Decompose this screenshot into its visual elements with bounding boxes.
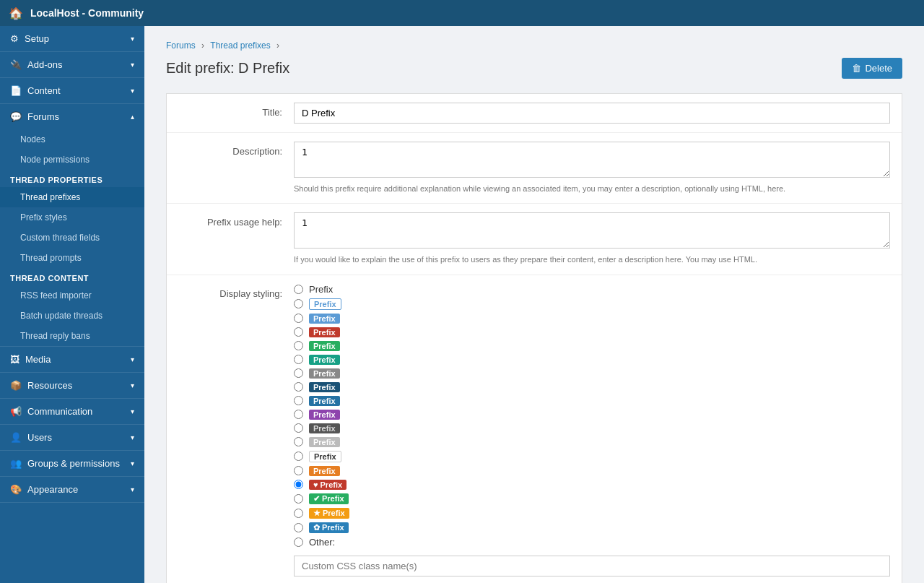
badge-gray: Prefix xyxy=(309,368,340,379)
home-icon[interactable]: 🏠 xyxy=(9,7,23,20)
badge-darkgray: Prefix xyxy=(309,423,340,433)
display-styling-label: Display styling: xyxy=(178,284,294,299)
delete-button[interactable]: 🗑 Delete xyxy=(842,58,902,79)
styling-option-plain-border[interactable]: Prefix xyxy=(294,451,890,462)
sidebar-item-rss-feed-importer[interactable]: RSS feed importer xyxy=(0,285,144,306)
sidebar-item-appearance[interactable]: 🎨Appearance ▾ xyxy=(0,477,144,502)
radio-medblue[interactable] xyxy=(294,396,303,405)
styling-option-gray[interactable]: Prefix xyxy=(294,368,890,379)
sidebar-section-users: 👤Users ▾ xyxy=(0,425,144,451)
prefix-plain-label: Prefix xyxy=(309,284,333,295)
styling-option-icon-gold[interactable]: ★ Prefix xyxy=(294,508,890,519)
styling-option-icon-blue2[interactable]: ✿ Prefix xyxy=(294,522,890,533)
badge-plain-border: Prefix xyxy=(309,451,341,462)
sidebar-item-custom-thread-fields[interactable]: Custom thread fields xyxy=(0,228,144,248)
styling-option-blue-outline[interactable]: Prefix xyxy=(294,298,890,310)
sidebar-section-communication: 📢Communication ▾ xyxy=(0,399,144,425)
chevron-down-icon: ▾ xyxy=(131,433,134,441)
breadcrumb: Forums › Thread prefixes › xyxy=(166,40,902,51)
groups-icon: 👥 xyxy=(10,458,22,469)
breadcrumb-thread-prefixes[interactable]: Thread prefixes xyxy=(210,40,270,51)
styling-option-lightgray[interactable]: Prefix xyxy=(294,437,890,447)
chevron-down-icon: ▾ xyxy=(131,381,134,389)
radio-lightgray[interactable] xyxy=(294,437,303,446)
styling-option-purple[interactable]: Prefix xyxy=(294,410,890,420)
radio-darkblue[interactable] xyxy=(294,382,303,392)
resources-icon: 📦 xyxy=(10,380,22,391)
title-label: Title: xyxy=(178,103,294,118)
sidebar-item-content[interactable]: 📄Content ▾ xyxy=(0,78,144,103)
radio-icon-red[interactable] xyxy=(294,480,303,489)
badge-icon-green: ✔ Prefix xyxy=(309,493,349,504)
styling-option-icon-red[interactable]: ♥ Prefix xyxy=(294,480,890,490)
styling-option-darkblue[interactable]: Prefix xyxy=(294,382,890,392)
sidebar-item-addons[interactable]: 🔌Add-ons ▾ xyxy=(0,52,144,77)
styling-option-medblue[interactable]: Prefix xyxy=(294,396,890,406)
radio-icon-green[interactable] xyxy=(294,494,303,504)
appearance-icon: 🎨 xyxy=(10,484,22,495)
styling-option-teal[interactable]: Prefix xyxy=(294,355,890,365)
styling-option-icon-green[interactable]: ✔ Prefix xyxy=(294,493,890,504)
topbar-title: LocalHost - Community xyxy=(30,7,144,19)
sidebar-item-communication[interactable]: 📢Communication ▾ xyxy=(0,399,144,424)
radio-blue-light[interactable] xyxy=(294,314,303,323)
styling-option-orange[interactable]: Prefix xyxy=(294,466,890,476)
sidebar-item-thread-reply-bans[interactable]: Thread reply bans xyxy=(0,326,144,346)
styling-option-blue-light[interactable]: Prefix xyxy=(294,314,890,324)
sidebar-item-nodes[interactable]: Nodes xyxy=(0,129,144,150)
prefix-usage-control: 1 If you would like to explain the use o… xyxy=(294,212,890,265)
sidebar-section-appearance: 🎨Appearance ▾ xyxy=(0,477,144,503)
heart-icon: ♥ xyxy=(313,480,318,489)
radio-darkgray[interactable] xyxy=(294,423,303,433)
radio-plain-border[interactable] xyxy=(294,452,303,461)
breadcrumb-forums[interactable]: Forums xyxy=(166,40,196,51)
sidebar-item-setup[interactable]: ⚙Setup ▾ xyxy=(0,26,144,51)
radio-teal[interactable] xyxy=(294,355,303,364)
radio-gray[interactable] xyxy=(294,368,303,378)
radio-green[interactable] xyxy=(294,341,303,350)
styling-option-green[interactable]: Prefix xyxy=(294,341,890,351)
sidebar-item-users[interactable]: 👤Users ▾ xyxy=(0,425,144,450)
sidebar-item-thread-prefixes[interactable]: Thread prefixes xyxy=(0,187,144,207)
sidebar-section-media: 🖼Media ▾ xyxy=(0,347,144,373)
title-input[interactable] xyxy=(294,103,890,124)
styling-option-darkgray[interactable]: Prefix xyxy=(294,423,890,433)
prefix-usage-textarea[interactable]: 1 xyxy=(294,212,890,249)
sidebar-item-node-permissions[interactable]: Node permissions xyxy=(0,150,144,170)
other-label: Other: xyxy=(309,537,335,548)
radio-plain[interactable] xyxy=(294,285,303,294)
sidebar-item-prefix-styles[interactable]: Prefix styles xyxy=(0,207,144,228)
sidebar-item-forums[interactable]: 💬Forums ▴ xyxy=(0,104,144,129)
radio-icon-gold[interactable] xyxy=(294,509,303,518)
description-textarea[interactable]: 1 xyxy=(294,142,890,178)
radio-blue-outline[interactable] xyxy=(294,299,303,308)
badge-teal: Prefix xyxy=(309,355,340,365)
radio-orange[interactable] xyxy=(294,466,303,475)
sidebar-item-batch-update-threads[interactable]: Batch update threads xyxy=(0,306,144,326)
radio-purple[interactable] xyxy=(294,410,303,419)
styling-option-other[interactable]: Other: xyxy=(294,537,890,548)
sidebar-item-resources[interactable]: 📦Resources ▾ xyxy=(0,373,144,398)
title-control xyxy=(294,103,890,124)
styling-option-plain[interactable]: Prefix xyxy=(294,284,890,295)
chevron-down-icon: ▾ xyxy=(131,485,134,493)
styling-option-red[interactable]: Prefix xyxy=(294,327,890,337)
description-label: Description: xyxy=(178,142,294,157)
delete-icon: 🗑 xyxy=(852,63,861,74)
prefix-usage-row: Prefix usage help: 1 If you would like t… xyxy=(167,204,902,275)
sidebar-item-thread-prompts[interactable]: Thread prompts xyxy=(0,248,144,268)
edit-prefix-form: Title: Description: 1 Should this prefix… xyxy=(166,93,902,583)
radio-red[interactable] xyxy=(294,327,303,337)
sidebar-item-groups[interactable]: 👥Groups & permissions ▾ xyxy=(0,451,144,476)
radio-icon-blue2[interactable] xyxy=(294,523,303,532)
badge-lightgray: Prefix xyxy=(309,437,340,447)
radio-other[interactable] xyxy=(294,537,303,547)
badge-icon-blue2: ✿ Prefix xyxy=(309,522,349,533)
page-header: Edit prefix: D Prefix 🗑 Delete xyxy=(166,58,902,79)
chevron-down-icon: ▾ xyxy=(131,61,134,69)
chevron-down-icon: ▾ xyxy=(131,355,134,363)
badge-icon-gold: ★ Prefix xyxy=(309,508,349,519)
flower-icon: ✿ xyxy=(313,523,320,532)
sidebar-item-media[interactable]: 🖼Media ▾ xyxy=(0,347,144,372)
custom-css-input[interactable] xyxy=(294,556,890,576)
